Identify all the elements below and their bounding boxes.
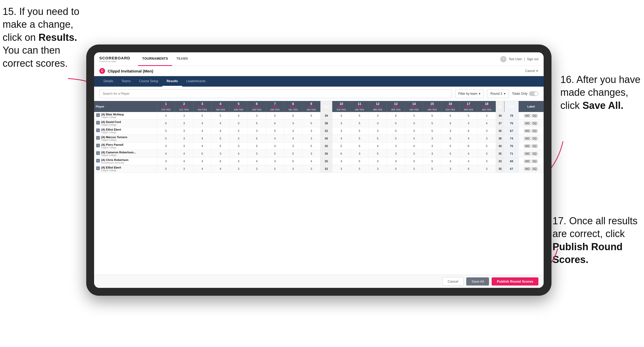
score-hole-1[interactable]: 5 <box>157 127 175 135</box>
tab-teams[interactable]: Teams <box>117 76 135 87</box>
score-hole-14[interactable]: 3 <box>405 127 423 135</box>
score-hole-13[interactable]: 6 <box>387 112 405 120</box>
score-hole-17[interactable]: 6 <box>459 142 478 150</box>
score-hole-4[interactable]: 3 <box>211 150 230 158</box>
score-hole-8[interactable]: 4 <box>284 135 302 142</box>
score-hole-4[interactable]: 5 <box>211 142 230 150</box>
score-hole-17[interactable]: 6 <box>459 127 478 135</box>
score-hole-11[interactable]: 5 <box>350 142 369 150</box>
score-hole-4[interactable]: 5 <box>211 135 230 142</box>
score-hole-2[interactable]: 3 <box>175 165 193 173</box>
label-wd[interactable]: WD <box>524 137 531 141</box>
score-hole-5[interactable]: 4 <box>229 150 248 158</box>
score-hole-18[interactable]: 3 <box>478 165 496 173</box>
score-hole-14[interactable]: 3 <box>405 158 423 165</box>
score-hole-17[interactable]: 5 <box>459 112 478 120</box>
score-hole-3[interactable]: 4 <box>193 142 211 150</box>
label-dq[interactable]: DQ <box>531 121 538 125</box>
score-hole-5[interactable]: 3 <box>229 142 248 150</box>
label-dq[interactable]: DQ <box>531 129 538 133</box>
score-hole-15[interactable]: 5 <box>423 158 441 165</box>
score-hole-7[interactable]: 3 <box>266 158 284 165</box>
score-hole-4[interactable]: 4 <box>211 165 230 173</box>
score-hole-1[interactable]: 3 <box>157 158 175 165</box>
score-hole-11[interactable]: 5 <box>350 158 369 165</box>
score-hole-12[interactable]: 4 <box>369 142 387 150</box>
score-hole-12[interactable]: 5 <box>369 150 387 158</box>
filter-team-button[interactable]: Filter by team ▾ <box>455 89 484 98</box>
score-hole-13[interactable]: 5 <box>387 165 405 173</box>
score-hole-3[interactable]: 5 <box>193 150 211 158</box>
score-hole-16[interactable]: 3 <box>441 165 459 173</box>
score-hole-12[interactable]: 3 <box>369 120 387 127</box>
score-hole-1[interactable]: 5 <box>157 135 175 142</box>
label-dq[interactable]: DQ <box>531 114 538 118</box>
score-hole-10[interactable]: 4 <box>332 135 350 142</box>
score-hole-13[interactable]: 4 <box>387 158 405 165</box>
score-hole-17[interactable]: 3 <box>459 120 478 127</box>
score-hole-10[interactable]: 3 <box>332 127 350 135</box>
score-hole-10[interactable]: 3 <box>332 112 350 120</box>
score-hole-3[interactable]: 4 <box>193 158 211 165</box>
score-hole-9[interactable]: 4 <box>302 158 320 165</box>
score-hole-12[interactable]: 3 <box>369 165 387 173</box>
toggle-switch[interactable] <box>529 91 538 96</box>
score-hole-14[interactable]: 3 <box>405 112 423 120</box>
score-hole-9[interactable]: 3 <box>302 165 320 173</box>
label-dq[interactable]: DQ <box>531 144 538 148</box>
label-wd[interactable]: WD <box>524 167 531 171</box>
score-hole-6[interactable]: 5 <box>248 120 266 127</box>
tab-leaderboards[interactable]: Leaderboards <box>182 76 210 87</box>
label-wd[interactable]: WD <box>524 121 531 125</box>
score-hole-8[interactable]: 3 <box>284 127 302 135</box>
score-hole-11[interactable]: 5 <box>350 112 369 120</box>
score-hole-17[interactable]: 4 <box>459 135 478 142</box>
score-hole-11[interactable]: 5 <box>350 135 369 142</box>
score-hole-15[interactable]: 5 <box>423 165 441 173</box>
score-hole-8[interactable]: 5 <box>284 158 302 165</box>
label-wd[interactable]: WD <box>524 152 531 156</box>
score-hole-13[interactable]: 5 <box>387 120 405 127</box>
score-hole-1[interactable]: 3 <box>157 142 175 150</box>
score-hole-9[interactable]: 3 <box>302 135 320 142</box>
score-hole-6[interactable]: 3 <box>248 150 266 158</box>
score-hole-1[interactable]: 6 <box>157 120 175 127</box>
cancel-action-button[interactable]: Cancel <box>442 277 464 286</box>
score-hole-6[interactable]: 3 <box>248 165 266 173</box>
score-hole-13[interactable]: 3 <box>387 142 405 150</box>
score-hole-16[interactable]: 5 <box>441 150 459 158</box>
score-hole-5[interactable]: 4 <box>229 112 248 120</box>
score-hole-2[interactable]: 3 <box>175 142 193 150</box>
score-hole-8[interactable]: 5 <box>284 150 302 158</box>
score-hole-1[interactable]: 4 <box>157 150 175 158</box>
score-hole-16[interactable]: 5 <box>441 142 459 150</box>
score-hole-16[interactable]: 3 <box>441 158 459 165</box>
score-hole-13[interactable]: 5 <box>387 135 405 142</box>
nav-teams[interactable]: TEAMS <box>172 52 192 66</box>
score-hole-16[interactable]: 6 <box>441 112 459 120</box>
score-hole-18[interactable]: 3 <box>478 150 496 158</box>
score-hole-2[interactable]: 4 <box>175 158 193 165</box>
cancel-button[interactable]: Cancel ✕ <box>525 69 538 73</box>
score-hole-7[interactable]: 5 <box>266 112 284 120</box>
score-hole-14[interactable]: 3 <box>405 165 423 173</box>
score-hole-16[interactable]: 6 <box>441 120 459 127</box>
score-hole-4[interactable]: 4 <box>211 120 230 127</box>
label-wd[interactable]: WD <box>524 144 531 148</box>
round-selector-button[interactable]: Round 3 ▾ <box>487 89 509 98</box>
score-hole-16[interactable]: 5 <box>441 135 459 142</box>
score-hole-8[interactable]: 6 <box>284 112 302 120</box>
score-hole-5[interactable]: 3 <box>229 135 248 142</box>
score-hole-14[interactable]: 4 <box>405 142 423 150</box>
score-hole-17[interactable]: 4 <box>459 158 478 165</box>
score-hole-7[interactable]: 4 <box>266 135 284 142</box>
score-hole-3[interactable]: 4 <box>193 135 211 142</box>
label-dq[interactable]: DQ <box>531 137 538 141</box>
score-hole-18[interactable]: 5 <box>478 142 496 150</box>
label-dq[interactable]: DQ <box>531 167 538 171</box>
score-hole-4[interactable]: 5 <box>211 158 230 165</box>
score-hole-3[interactable]: 3 <box>193 120 211 127</box>
score-hole-12[interactable]: 5 <box>369 135 387 142</box>
score-hole-12[interactable]: 3 <box>369 158 387 165</box>
save-all-button[interactable]: Save All <box>466 277 489 286</box>
